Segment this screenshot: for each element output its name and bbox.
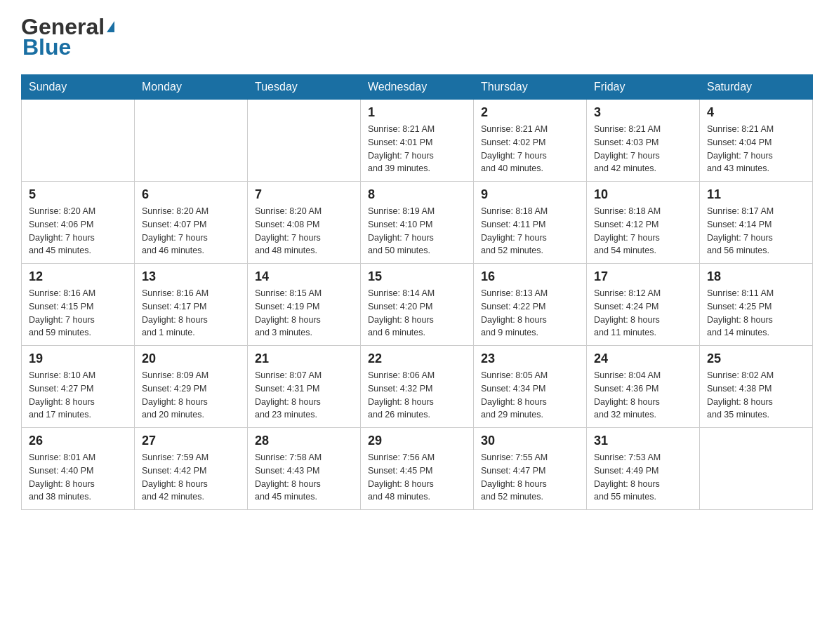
calendar-cell <box>700 428 813 510</box>
day-info: Sunrise: 8:20 AM Sunset: 4:07 PM Dayligh… <box>142 205 240 257</box>
calendar-cell: 22Sunrise: 8:06 AM Sunset: 4:32 PM Dayli… <box>361 346 474 428</box>
calendar-cell: 21Sunrise: 8:07 AM Sunset: 4:31 PM Dayli… <box>248 346 361 428</box>
calendar-week-1: 1Sunrise: 8:21 AM Sunset: 4:01 PM Daylig… <box>22 100 813 182</box>
day-info: Sunrise: 7:56 AM Sunset: 4:45 PM Dayligh… <box>368 451 466 504</box>
calendar-header-saturday: Saturday <box>700 75 813 100</box>
calendar-cell <box>248 100 361 182</box>
calendar-cell: 20Sunrise: 8:09 AM Sunset: 4:29 PM Dayli… <box>135 346 248 428</box>
day-info: Sunrise: 8:18 AM Sunset: 4:12 PM Dayligh… <box>594 205 692 257</box>
calendar-cell: 27Sunrise: 7:59 AM Sunset: 4:42 PM Dayli… <box>135 428 248 510</box>
day-number: 12 <box>29 269 127 284</box>
calendar-cell: 25Sunrise: 8:02 AM Sunset: 4:38 PM Dayli… <box>700 346 813 428</box>
day-info: Sunrise: 8:21 AM Sunset: 4:03 PM Dayligh… <box>594 123 692 175</box>
day-info: Sunrise: 8:17 AM Sunset: 4:14 PM Dayligh… <box>707 205 805 257</box>
calendar-cell: 3Sunrise: 8:21 AM Sunset: 4:03 PM Daylig… <box>587 100 700 182</box>
day-info: Sunrise: 8:14 AM Sunset: 4:20 PM Dayligh… <box>368 287 466 340</box>
calendar-cell: 6Sunrise: 8:20 AM Sunset: 4:07 PM Daylig… <box>135 182 248 264</box>
day-number: 13 <box>142 269 240 284</box>
calendar-cell: 2Sunrise: 8:21 AM Sunset: 4:02 PM Daylig… <box>474 100 587 182</box>
calendar-header-thursday: Thursday <box>474 75 587 100</box>
day-number: 11 <box>707 187 805 202</box>
day-number: 21 <box>255 351 353 366</box>
day-info: Sunrise: 8:07 AM Sunset: 4:31 PM Dayligh… <box>255 369 353 422</box>
day-number: 29 <box>368 434 466 448</box>
day-info: Sunrise: 8:21 AM Sunset: 4:04 PM Dayligh… <box>707 123 805 175</box>
day-number: 25 <box>707 351 805 366</box>
calendar-cell: 31Sunrise: 7:53 AM Sunset: 4:49 PM Dayli… <box>587 428 700 510</box>
day-number: 16 <box>481 269 579 284</box>
calendar-header-monday: Monday <box>135 75 248 100</box>
logo-triangle-icon <box>107 21 114 32</box>
day-number: 3 <box>594 105 692 120</box>
calendar-week-2: 5Sunrise: 8:20 AM Sunset: 4:06 PM Daylig… <box>22 182 813 264</box>
day-info: Sunrise: 8:18 AM Sunset: 4:11 PM Dayligh… <box>481 205 579 257</box>
calendar-cell: 30Sunrise: 7:55 AM Sunset: 4:47 PM Dayli… <box>474 428 587 510</box>
day-info: Sunrise: 8:21 AM Sunset: 4:02 PM Dayligh… <box>481 123 579 175</box>
day-info: Sunrise: 8:16 AM Sunset: 4:15 PM Dayligh… <box>29 287 127 340</box>
day-info: Sunrise: 8:19 AM Sunset: 4:10 PM Dayligh… <box>368 205 466 257</box>
day-info: Sunrise: 8:06 AM Sunset: 4:32 PM Dayligh… <box>368 369 466 422</box>
calendar-cell: 16Sunrise: 8:13 AM Sunset: 4:22 PM Dayli… <box>474 264 587 346</box>
calendar-week-5: 26Sunrise: 8:01 AM Sunset: 4:40 PM Dayli… <box>22 428 813 510</box>
day-info: Sunrise: 8:10 AM Sunset: 4:27 PM Dayligh… <box>29 369 127 422</box>
day-number: 31 <box>594 434 692 448</box>
day-number: 30 <box>481 434 579 448</box>
day-number: 14 <box>255 269 353 284</box>
day-info: Sunrise: 8:12 AM Sunset: 4:24 PM Dayligh… <box>594 287 692 340</box>
calendar-cell: 9Sunrise: 8:18 AM Sunset: 4:11 PM Daylig… <box>474 182 587 264</box>
calendar-header-row: SundayMondayTuesdayWednesdayThursdayFrid… <box>22 75 813 100</box>
day-number: 1 <box>368 105 466 120</box>
calendar-cell: 12Sunrise: 8:16 AM Sunset: 4:15 PM Dayli… <box>22 264 135 346</box>
day-info: Sunrise: 8:04 AM Sunset: 4:36 PM Dayligh… <box>594 369 692 422</box>
calendar-cell: 24Sunrise: 8:04 AM Sunset: 4:36 PM Dayli… <box>587 346 700 428</box>
day-number: 19 <box>29 351 127 366</box>
calendar-header-friday: Friday <box>587 75 700 100</box>
calendar-cell: 19Sunrise: 8:10 AM Sunset: 4:27 PM Dayli… <box>22 346 135 428</box>
day-number: 24 <box>594 351 692 366</box>
page-header: General Blue <box>21 14 813 60</box>
calendar-week-3: 12Sunrise: 8:16 AM Sunset: 4:15 PM Dayli… <box>22 264 813 346</box>
day-number: 2 <box>481 105 579 120</box>
calendar-cell: 18Sunrise: 8:11 AM Sunset: 4:25 PM Dayli… <box>700 264 813 346</box>
day-info: Sunrise: 7:53 AM Sunset: 4:49 PM Dayligh… <box>594 451 692 504</box>
day-number: 28 <box>255 434 353 448</box>
day-number: 6 <box>142 187 240 202</box>
calendar-cell: 28Sunrise: 7:58 AM Sunset: 4:43 PM Dayli… <box>248 428 361 510</box>
day-number: 15 <box>368 269 466 284</box>
calendar-cell: 15Sunrise: 8:14 AM Sunset: 4:20 PM Dayli… <box>361 264 474 346</box>
calendar-cell: 29Sunrise: 7:56 AM Sunset: 4:45 PM Dayli… <box>361 428 474 510</box>
calendar-header-tuesday: Tuesday <box>248 75 361 100</box>
day-number: 26 <box>29 434 127 448</box>
logo-blue: Blue <box>21 34 71 60</box>
calendar-header-sunday: Sunday <box>22 75 135 100</box>
calendar-header-wednesday: Wednesday <box>361 75 474 100</box>
calendar-cell: 7Sunrise: 8:20 AM Sunset: 4:08 PM Daylig… <box>248 182 361 264</box>
calendar-cell: 13Sunrise: 8:16 AM Sunset: 4:17 PM Dayli… <box>135 264 248 346</box>
day-number: 8 <box>368 187 466 202</box>
calendar-cell <box>22 100 135 182</box>
calendar-table: SundayMondayTuesdayWednesdayThursdayFrid… <box>21 74 813 510</box>
day-number: 9 <box>481 187 579 202</box>
calendar-cell: 4Sunrise: 8:21 AM Sunset: 4:04 PM Daylig… <box>700 100 813 182</box>
calendar-cell: 5Sunrise: 8:20 AM Sunset: 4:06 PM Daylig… <box>22 182 135 264</box>
day-info: Sunrise: 8:01 AM Sunset: 4:40 PM Dayligh… <box>29 451 127 504</box>
day-info: Sunrise: 8:16 AM Sunset: 4:17 PM Dayligh… <box>142 287 240 340</box>
day-info: Sunrise: 7:59 AM Sunset: 4:42 PM Dayligh… <box>142 451 240 504</box>
day-info: Sunrise: 8:09 AM Sunset: 4:29 PM Dayligh… <box>142 369 240 422</box>
day-info: Sunrise: 8:11 AM Sunset: 4:25 PM Dayligh… <box>707 287 805 340</box>
calendar-cell: 14Sunrise: 8:15 AM Sunset: 4:19 PM Dayli… <box>248 264 361 346</box>
calendar-week-4: 19Sunrise: 8:10 AM Sunset: 4:27 PM Dayli… <box>22 346 813 428</box>
logo: General Blue <box>21 14 114 60</box>
day-number: 4 <box>707 105 805 120</box>
day-info: Sunrise: 7:58 AM Sunset: 4:43 PM Dayligh… <box>255 451 353 504</box>
day-info: Sunrise: 8:13 AM Sunset: 4:22 PM Dayligh… <box>481 287 579 340</box>
day-number: 17 <box>594 269 692 284</box>
day-number: 5 <box>29 187 127 202</box>
day-number: 23 <box>481 351 579 366</box>
calendar-cell: 10Sunrise: 8:18 AM Sunset: 4:12 PM Dayli… <box>587 182 700 264</box>
calendar-cell <box>135 100 248 182</box>
calendar-cell: 11Sunrise: 8:17 AM Sunset: 4:14 PM Dayli… <box>700 182 813 264</box>
calendar-cell: 8Sunrise: 8:19 AM Sunset: 4:10 PM Daylig… <box>361 182 474 264</box>
day-number: 10 <box>594 187 692 202</box>
day-info: Sunrise: 8:05 AM Sunset: 4:34 PM Dayligh… <box>481 369 579 422</box>
